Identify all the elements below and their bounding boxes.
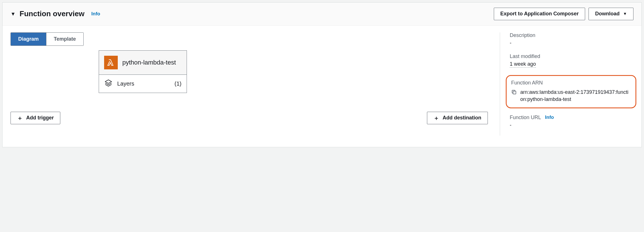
svg-rect-0 [513,91,516,94]
layers-count: (1) [175,80,181,87]
view-toggle: Diagram Template [11,32,84,46]
function-arn-highlight: Function ARN arn:aws:lambda:us-east-2:17… [506,75,636,108]
add-destination-button[interactable]: ＋ Add destination [427,112,488,124]
description-value: - [510,40,633,46]
add-trigger-label: Add trigger [26,115,54,121]
tab-diagram[interactable]: Diagram [11,33,46,45]
layers-icon [104,79,113,89]
function-url-label: Function URL [510,115,541,121]
arn-value: arn:aws:lambda:us-east-2:173971919437:fu… [520,89,631,103]
function-name: python-lambda-test [122,59,176,67]
layers-label: Layers [117,80,175,87]
function-overview-panel: ▼ Function overview Info Export to Appli… [2,2,642,147]
function-node-header: python-lambda-test [99,51,187,75]
arn-label: Function ARN [511,80,631,86]
tab-template[interactable]: Template [46,33,83,45]
export-button-label: Export to Application Composer [500,11,579,17]
last-modified-value[interactable]: 1 week ago [510,61,536,68]
function-node[interactable]: python-lambda-test Layers (1) [99,50,187,93]
caret-down-icon: ▼ [623,11,627,16]
plus-icon: ＋ [17,115,23,121]
panel-title: Function overview [20,9,84,18]
copy-icon[interactable] [511,89,517,96]
function-url-info-link[interactable]: Info [545,115,554,120]
panel-header: ▼ Function overview Info Export to Appli… [3,3,641,26]
add-trigger-button[interactable]: ＋ Add trigger [11,112,60,124]
plus-icon: ＋ [434,115,439,121]
description-label: Description [510,32,633,38]
layers-row[interactable]: Layers (1) [99,75,187,93]
lambda-icon [104,56,118,69]
add-destination-label: Add destination [443,115,481,121]
function-url-value: - [510,122,633,128]
export-to-composer-button[interactable]: Export to Application Composer [494,8,585,20]
details-panel: Description - Last modified 1 week ago F… [500,32,633,136]
download-button[interactable]: Download ▼ [589,8,633,20]
last-modified-label: Last modified [510,53,633,59]
diagram-canvas: python-lambda-test Layers (1) [11,50,500,124]
info-link[interactable]: Info [91,11,100,17]
collapse-caret-icon[interactable]: ▼ [11,11,16,16]
download-button-label: Download [595,11,620,17]
